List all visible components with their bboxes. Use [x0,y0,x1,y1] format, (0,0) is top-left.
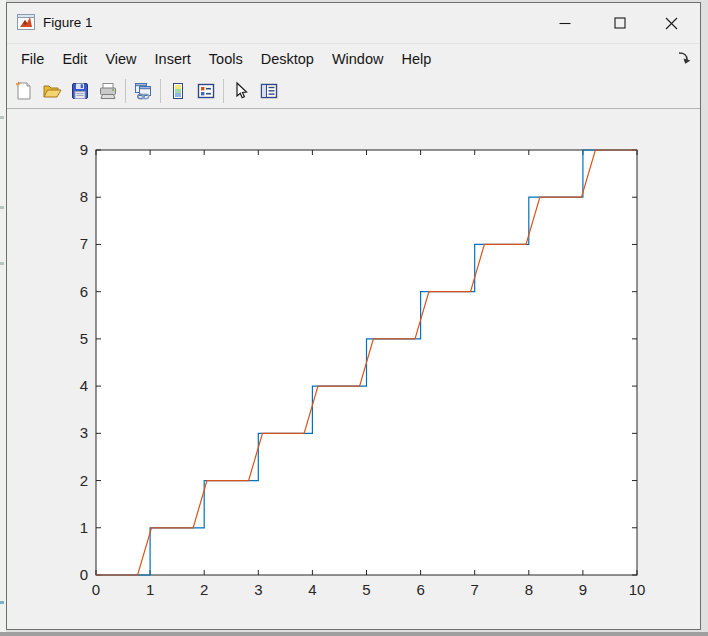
axes-plot[interactable]: 0123456789100123456789 [7,109,700,629]
maximize-button[interactable] [595,3,645,43]
menu-item-window[interactable]: Window [323,44,393,74]
print-figure-button[interactable] [94,77,122,105]
figure-canvas: 0123456789100123456789 [7,109,700,629]
y-tick-label: 9 [80,141,88,158]
menu-item-help[interactable]: Help [392,44,440,74]
menu-item-file[interactable]: File [12,44,53,74]
y-tick-label: 3 [80,424,88,441]
dock-figure-icon[interactable] [676,49,692,65]
menu-item-desktop[interactable]: Desktop [252,44,323,74]
y-tick-label: 6 [80,283,88,300]
figure-toolbar [7,74,700,109]
property-editor-button[interactable] [255,77,283,105]
new-figure-button[interactable] [10,77,38,105]
window-title: Figure 1 [43,3,93,43]
menu-item-edit[interactable]: Edit [53,44,96,74]
matlab-logo-icon [17,14,35,30]
toolbar-separator [125,79,126,103]
close-button[interactable] [646,3,696,43]
menu-item-insert[interactable]: Insert [146,44,200,74]
y-tick-label: 4 [80,377,88,394]
toolbar-separator [223,79,224,103]
save-figure-button[interactable] [66,77,94,105]
x-tick-label: 2 [200,581,208,598]
x-tick-label: 5 [362,581,370,598]
toolbar-separator [160,79,161,103]
x-tick-label: 6 [416,581,424,598]
x-tick-label: 10 [629,581,646,598]
y-tick-label: 2 [80,472,88,489]
menu-item-view[interactable]: View [96,44,145,74]
y-tick-label: 7 [80,235,88,252]
y-tick-label: 1 [80,519,88,536]
menu-item-tools[interactable]: Tools [200,44,252,74]
menu-bar: FileEditViewInsertToolsDesktopWindowHelp [7,43,700,74]
x-tick-label: 3 [254,581,262,598]
insert-legend-button[interactable] [192,77,220,105]
x-tick-label: 4 [308,581,316,598]
open-file-button[interactable] [38,77,66,105]
minimize-button[interactable] [540,3,590,43]
figure-window: Figure 1 FileEditViewInsertToolsDesktopW… [6,2,701,630]
x-tick-label: 8 [525,581,533,598]
edit-plot-button[interactable] [227,77,255,105]
x-tick-label: 0 [92,581,100,598]
x-tick-label: 7 [471,581,479,598]
insert-colorbar-button[interactable] [164,77,192,105]
x-tick-label: 1 [146,581,154,598]
title-bar: Figure 1 [7,3,700,43]
y-tick-label: 5 [80,330,88,347]
link-plot-button[interactable] [129,77,157,105]
y-tick-label: 8 [80,188,88,205]
window-bottom-shadow [0,632,708,636]
x-tick-label: 9 [579,581,587,598]
y-tick-label: 0 [80,566,88,583]
